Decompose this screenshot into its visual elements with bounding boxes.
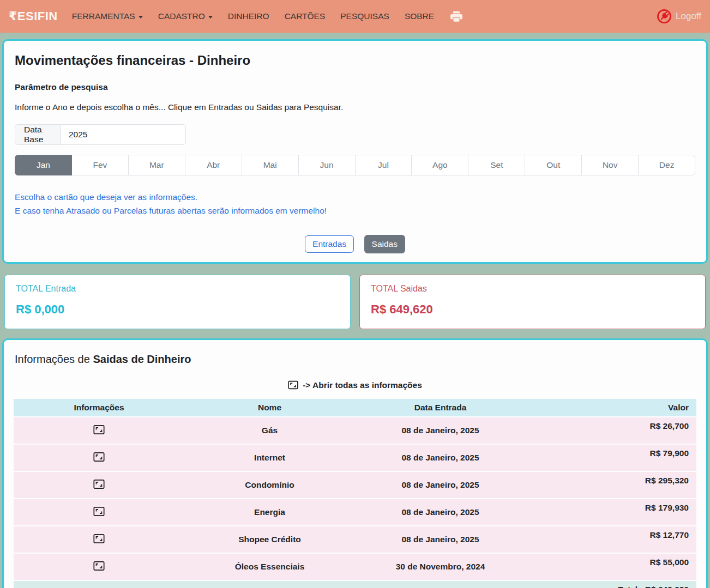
month-tab-fev[interactable]: Fev (72, 155, 129, 175)
total-entrada-card: TOTAL Entrada R$ 0,000 (4, 275, 351, 329)
chevron-down-icon (139, 16, 143, 19)
row-info-cell (14, 472, 184, 498)
header-valor: Valor (526, 399, 696, 416)
nav-item-ferramentas[interactable]: FERRAMENTAS (72, 11, 143, 21)
expand-window-icon (93, 424, 105, 435)
nav-item-pesquisas[interactable]: PESQUISAS (340, 11, 389, 21)
table-row: Shopee Crédito 08 de Janeiro, 2025 R$ 12… (14, 526, 696, 553)
row-info-cell (14, 499, 184, 525)
nav-item-label: CADASTRO (158, 11, 205, 21)
totals-row: TOTAL Entrada R$ 0,000 TOTAL Saidas R$ 6… (4, 275, 706, 329)
header-data-entrada: Data Entrada (355, 399, 526, 416)
hint-line-2: E caso tenha Atrasado ou Parcelas futura… (15, 204, 695, 217)
hint-line-1: Escolha o cartão que deseja ver as infor… (15, 190, 695, 204)
page-title: Movimentações financeiras - Dinheiro (15, 53, 695, 68)
row-data-entrada: 08 de Janeiro, 2025 (355, 526, 526, 553)
nav-menu: FERRAMENTAS CADASTRO DINHEIRO CARTÕES PE… (72, 10, 462, 22)
brand-logo[interactable]: ₹ESIFIN (9, 9, 58, 23)
nav-item-dinheiro[interactable]: DINHEIRO (228, 11, 269, 21)
month-tab-abr[interactable]: Abr (185, 155, 242, 175)
nav-item-label: SOBRE (405, 11, 434, 21)
row-nome: Condomínio (184, 472, 355, 498)
logoff-link[interactable]: Logoff (676, 11, 701, 22)
nav-item-cartoes[interactable]: CARTÕES (285, 11, 326, 21)
hint-text: Escolha o cartão que deseja ver as infor… (15, 190, 695, 217)
expand-window-icon (93, 478, 105, 490)
table-footer: Total : R$ 649,620 (14, 581, 696, 588)
table-row: Óleos Essenciais 30 de Novembro, 2024 R$… (14, 554, 696, 580)
month-tab-ago[interactable]: Ago (412, 155, 468, 175)
month-tab-jan[interactable]: Jan (15, 155, 72, 175)
data-base-group: Data Base (15, 124, 186, 145)
nav-item-cadastro[interactable]: CADASTRO (158, 11, 213, 21)
month-tab-jun[interactable]: Jun (299, 155, 356, 175)
details-panel: Informações de Saidas de Dinheiro -> Abr… (2, 338, 708, 588)
row-valor: R$ 55,000 (526, 554, 696, 580)
row-valor: R$ 179,930 (526, 499, 696, 525)
saidas-button[interactable]: Saidas (364, 235, 405, 253)
chevron-down-icon (208, 16, 213, 19)
nav-item-sobre[interactable]: SOBRE (405, 11, 434, 21)
month-tab-out[interactable]: Out (525, 155, 582, 175)
total-entrada-value: R$ 0,000 (16, 302, 339, 317)
entradas-button[interactable]: Entradas (305, 235, 354, 253)
nav-item-label: DINHEIRO (228, 11, 269, 21)
nav-item-label: CARTÕES (285, 11, 326, 21)
row-data-entrada: 08 de Janeiro, 2025 (355, 499, 526, 525)
top-navbar: ₹ESIFIN FERRAMENTAS CADASTRO DINHEIRO CA… (0, 0, 710, 33)
row-info-cell (14, 526, 184, 553)
expand-window-icon (93, 560, 105, 572)
total-saidas-value: R$ 649,620 (371, 302, 694, 317)
row-valor: R$ 12,770 (526, 526, 696, 553)
table-row: Gás 08 de Janeiro, 2025 R$ 26,700 (14, 417, 696, 444)
power-plug-icon (656, 8, 672, 25)
saidas-table: Informações Nome Data Entrada Valor Gás … (14, 398, 696, 588)
total-entrada-label: TOTAL Entrada (16, 284, 339, 294)
month-tab-nov[interactable]: Nov (582, 155, 639, 175)
expand-window-icon (93, 506, 105, 517)
row-info-cell (14, 554, 184, 580)
month-tabs: JanFevMarAbrMaiJunJulAgoSetOutNovDez (15, 155, 695, 175)
search-subtitle: Parâmetro de pesquisa (15, 82, 695, 92)
nav-item-label: FERRAMENTAS (72, 11, 135, 21)
open-all-button[interactable] (288, 380, 298, 390)
nav-item-label: PESQUISAS (340, 11, 389, 21)
table-row: Condomínio 08 de Janeiro, 2025 R$ 295,32… (14, 472, 696, 498)
data-base-input[interactable] (61, 124, 186, 145)
search-actions: Entradas Saidas (15, 235, 695, 253)
expand-row-button[interactable] (93, 424, 105, 435)
month-tab-jul[interactable]: Jul (356, 155, 412, 175)
expand-window-icon (93, 533, 105, 544)
row-data-entrada: 08 de Janeiro, 2025 (355, 417, 526, 444)
row-valor: R$ 295,320 (526, 472, 696, 498)
expand-row-button[interactable] (93, 533, 105, 544)
expand-row-button[interactable] (93, 478, 105, 490)
row-info-cell (14, 445, 184, 471)
open-all-row: -> Abrir todas as informações (14, 380, 696, 390)
row-data-entrada: 30 de Novembro, 2024 (355, 554, 526, 580)
data-base-label: Data Base (15, 124, 61, 145)
table-total: Total : R$ 649,620 (14, 581, 696, 588)
details-title-prefix: Informações de (15, 353, 93, 365)
row-valor: R$ 26,700 (526, 417, 696, 444)
month-tab-dez[interactable]: Dez (639, 155, 695, 175)
row-nome: Shopee Crédito (184, 526, 355, 553)
table-row: Energia 08 de Janeiro, 2025 R$ 179,930 (14, 499, 696, 525)
expand-row-button[interactable] (93, 506, 105, 517)
table-header: Informações Nome Data Entrada Valor (14, 399, 696, 416)
expand-window-icon (93, 451, 105, 463)
month-tab-set[interactable]: Set (468, 155, 525, 175)
row-nome: Óleos Essenciais (184, 554, 355, 580)
details-title: Informações de Saidas de Dinheiro (15, 353, 696, 366)
month-tab-mar[interactable]: Mar (129, 155, 185, 175)
open-all-label: -> Abrir todas as informações (303, 380, 422, 390)
expand-row-button[interactable] (93, 560, 105, 572)
logoff-area[interactable]: Logoff (656, 8, 701, 25)
search-instruction: Informe o Ano e depois escolha o mês... … (15, 102, 695, 112)
row-nome: Gás (184, 417, 355, 444)
expand-window-icon (288, 380, 298, 390)
expand-row-button[interactable] (93, 451, 105, 463)
month-tab-mai[interactable]: Mai (242, 155, 299, 175)
print-button[interactable] (450, 10, 462, 22)
total-saidas-card: TOTAL Saidas R$ 649,620 (359, 275, 706, 329)
